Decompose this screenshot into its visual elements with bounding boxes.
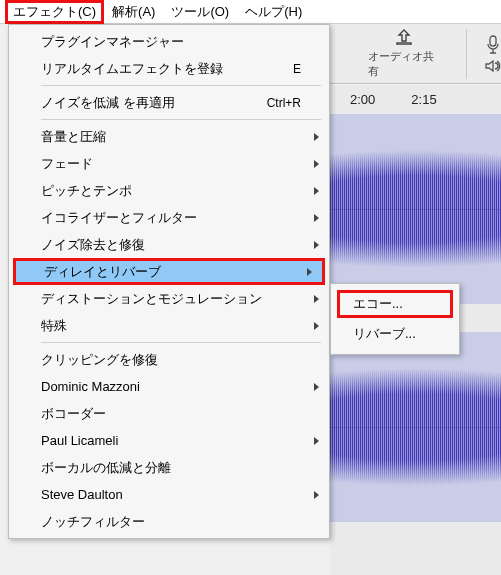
menu-item-label: ディストーションとモジュレーション <box>41 290 301 308</box>
menu-item-paul[interactable]: Paul Licameli <box>9 427 329 454</box>
menu-item-vocoder[interactable]: ボコーダー <box>9 400 329 427</box>
time-tick: 2:15 <box>411 92 436 107</box>
svg-rect-0 <box>490 36 496 46</box>
audio-track[interactable] <box>330 332 501 522</box>
submenu-arrow-icon <box>314 187 319 195</box>
menu-item-label: Dominic Mazzoni <box>41 379 301 394</box>
timeline-ruler[interactable]: 2:00 2:15 <box>330 84 501 114</box>
submenu-item-echo[interactable]: エコー... <box>337 290 453 318</box>
menu-item-label: ディレイとリバーブ <box>44 263 298 281</box>
menu-item-register-realtime[interactable]: リアルタイムエフェクトを登録 E <box>9 55 329 82</box>
submenu-arrow-icon <box>314 437 319 445</box>
menu-item-distortion-mod[interactable]: ディストーションとモジュレーション <box>9 285 329 312</box>
menu-item-special[interactable]: 特殊 <box>9 312 329 339</box>
menu-item-label: Steve Daulton <box>41 487 301 502</box>
menu-item-fade[interactable]: フェード <box>9 150 329 177</box>
menu-item-eq-filter[interactable]: イコライザーとフィルター <box>9 204 329 231</box>
submenu-arrow-icon <box>314 133 319 141</box>
menu-item-notch[interactable]: ノッチフィルター <box>9 508 329 535</box>
menu-item-label: リアルタイムエフェクトを登録 <box>41 60 293 78</box>
menu-effect[interactable]: エフェクト(C) <box>5 0 104 24</box>
menu-item-accel: Ctrl+R <box>267 96 301 110</box>
menu-item-label: ボーカルの低減と分離 <box>41 459 301 477</box>
menu-separator <box>41 342 321 343</box>
menu-item-clipping-restore[interactable]: クリッピングを修復 <box>9 346 329 373</box>
menu-item-dominic[interactable]: Dominic Mazzoni <box>9 373 329 400</box>
submenu-arrow-icon <box>314 322 319 330</box>
menu-separator <box>41 119 321 120</box>
share-label: オーディオ共有 <box>368 49 440 79</box>
menu-item-label: 音量と圧縮 <box>41 128 301 146</box>
menubar: エフェクト(C) 解析(A) ツール(O) ヘルプ(H) <box>0 0 501 24</box>
submenu-arrow-icon <box>314 160 319 168</box>
share-icon <box>395 29 413 47</box>
effect-menu-dropdown: プラグインマネージャー リアルタイムエフェクトを登録 E ノイズを低減 を再適用… <box>8 24 330 539</box>
time-tick: 2:00 <box>350 92 375 107</box>
delay-reverb-submenu: エコー... リバーブ... <box>330 283 460 355</box>
submenu-arrow-icon <box>314 295 319 303</box>
speaker-icon <box>485 59 501 73</box>
submenu-arrow-icon <box>314 241 319 249</box>
toolbar-area: オーディオ共有 2:00 2:15 <box>330 24 501 114</box>
menu-item-label: クリッピングを修復 <box>41 351 301 369</box>
menu-item-label: ノッチフィルター <box>41 513 301 531</box>
menu-item-label: プラグインマネージャー <box>41 33 301 51</box>
menu-tools[interactable]: ツール(O) <box>163 1 237 23</box>
menu-item-plugin-manager[interactable]: プラグインマネージャー <box>9 28 329 55</box>
submenu-arrow-icon <box>314 214 319 222</box>
submenu-arrow-icon <box>307 268 312 276</box>
submenu-arrow-icon <box>314 383 319 391</box>
menu-item-denoise-restore[interactable]: ノイズ除去と修復 <box>9 231 329 258</box>
menu-item-label: イコライザーとフィルター <box>41 209 301 227</box>
audio-track[interactable] <box>330 114 501 304</box>
menu-item-vocal-reduce[interactable]: ボーカルの低減と分離 <box>9 454 329 481</box>
mic-icon <box>485 35 501 55</box>
menu-analyze[interactable]: 解析(A) <box>104 1 163 23</box>
audio-share-button[interactable]: オーディオ共有 <box>360 25 448 83</box>
menu-item-accel: E <box>293 62 301 76</box>
menu-item-pitch-tempo[interactable]: ピッチとテンポ <box>9 177 329 204</box>
submenu-arrow-icon <box>314 491 319 499</box>
menu-help[interactable]: ヘルプ(H) <box>237 1 310 23</box>
menu-item-label: ノイズ除去と修復 <box>41 236 301 254</box>
menu-item-label: Paul Licameli <box>41 433 301 448</box>
menu-item-label: ボコーダー <box>41 405 301 423</box>
menu-item-reapply-denoise[interactable]: ノイズを低減 を再適用 Ctrl+R <box>9 89 329 116</box>
menu-item-delay-reverb[interactable]: ディレイとリバーブ <box>13 258 325 285</box>
menu-item-label: フェード <box>41 155 301 173</box>
mic-controls[interactable] <box>485 35 501 73</box>
submenu-item-reverb[interactable]: リバーブ... <box>337 320 453 348</box>
menu-item-label: 特殊 <box>41 317 301 335</box>
menu-item-volume-compress[interactable]: 音量と圧縮 <box>9 123 329 150</box>
menu-separator <box>41 85 321 86</box>
menu-item-steve[interactable]: Steve Daulton <box>9 481 329 508</box>
menu-item-label: ピッチとテンポ <box>41 182 301 200</box>
divider <box>466 29 467 79</box>
menu-item-label: ノイズを低減 を再適用 <box>41 94 267 112</box>
